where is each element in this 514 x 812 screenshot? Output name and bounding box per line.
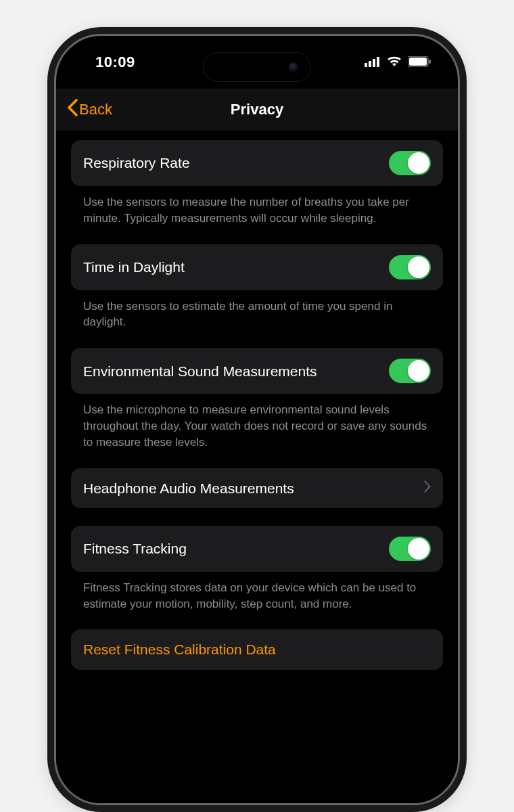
battery-icon (408, 53, 431, 71)
status-time: 10:09 (95, 53, 135, 71)
reset-calibration-row[interactable]: Reset Fitness Calibration Data (71, 629, 443, 669)
svg-rect-5 (409, 58, 427, 66)
chevron-right-icon (424, 479, 431, 497)
fitness-tracking-row[interactable]: Fitness Tracking (71, 526, 443, 572)
reset-calibration-label: Reset Fitness Calibration Data (83, 640, 276, 658)
front-camera-icon (289, 62, 298, 72)
settings-list[interactable]: Respiratory Rate Use the sensors to meas… (56, 131, 458, 803)
chevron-left-icon (67, 98, 78, 121)
screen: 10:09 (56, 36, 458, 803)
svg-rect-3 (377, 57, 379, 67)
respiratory-rate-footer: Use the sensors to measure the number of… (71, 186, 443, 244)
back-label: Back (79, 101, 112, 118)
wifi-icon (386, 53, 402, 71)
svg-rect-1 (369, 61, 371, 67)
respiratory-rate-row[interactable]: Respiratory Rate (71, 140, 443, 186)
headphone-audio-label: Headphone Audio Measurements (83, 479, 294, 497)
toggle-knob-icon (408, 360, 429, 382)
svg-rect-6 (429, 60, 431, 64)
time-in-daylight-footer: Use the sensors to estimate the amount o… (71, 290, 443, 348)
headphone-audio-row[interactable]: Headphone Audio Measurements (71, 468, 443, 508)
phone-frame: 10:09 (54, 34, 460, 805)
toggle-knob-icon (408, 152, 429, 174)
toggle-knob-icon (408, 256, 429, 278)
time-in-daylight-toggle[interactable] (389, 255, 431, 279)
back-button[interactable]: Back (67, 98, 112, 121)
fitness-tracking-label: Fitness Tracking (83, 539, 187, 558)
fitness-tracking-toggle[interactable] (389, 537, 431, 561)
page-title: Privacy (56, 101, 458, 118)
environmental-sound-row[interactable]: Environmental Sound Measurements (71, 348, 443, 394)
dynamic-island (203, 52, 311, 82)
svg-rect-0 (365, 63, 367, 67)
time-in-daylight-row[interactable]: Time in Daylight (71, 244, 443, 290)
time-in-daylight-label: Time in Daylight (83, 258, 185, 276)
respiratory-rate-label: Respiratory Rate (83, 154, 190, 172)
environmental-sound-footer: Use the microphone to measure environmen… (71, 394, 443, 468)
environmental-sound-toggle[interactable] (389, 359, 431, 383)
nav-bar: Back Privacy (56, 89, 458, 131)
cellular-icon (365, 53, 381, 71)
environmental-sound-label: Environmental Sound Measurements (83, 362, 317, 380)
fitness-tracking-footer: Fitness Tracking stores data on your dev… (71, 572, 443, 630)
svg-rect-2 (373, 59, 375, 67)
toggle-knob-icon (408, 538, 429, 560)
respiratory-rate-toggle[interactable] (389, 151, 431, 175)
status-icons (365, 53, 431, 71)
